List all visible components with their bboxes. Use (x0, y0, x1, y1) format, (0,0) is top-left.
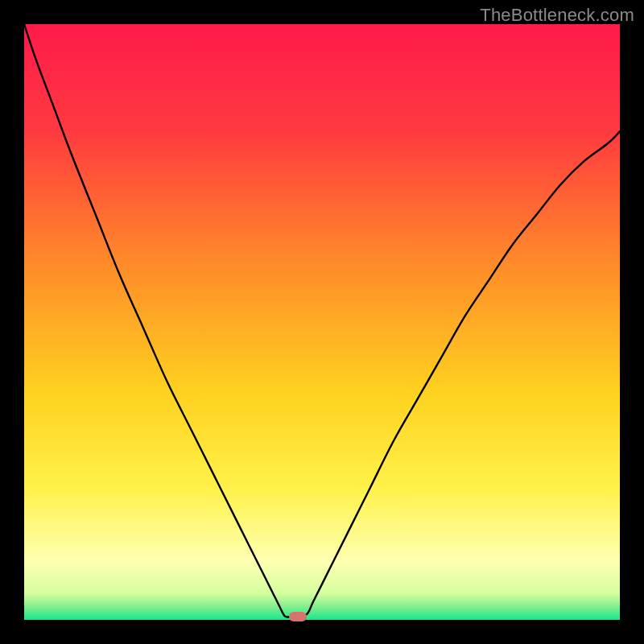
gradient-background (24, 24, 620, 620)
chart-canvas (24, 24, 620, 620)
watermark-text: TheBottleneck.com (480, 5, 634, 26)
plot-area (24, 24, 620, 620)
minimum-marker (289, 612, 307, 621)
chart-frame: TheBottleneck.com (0, 0, 644, 644)
